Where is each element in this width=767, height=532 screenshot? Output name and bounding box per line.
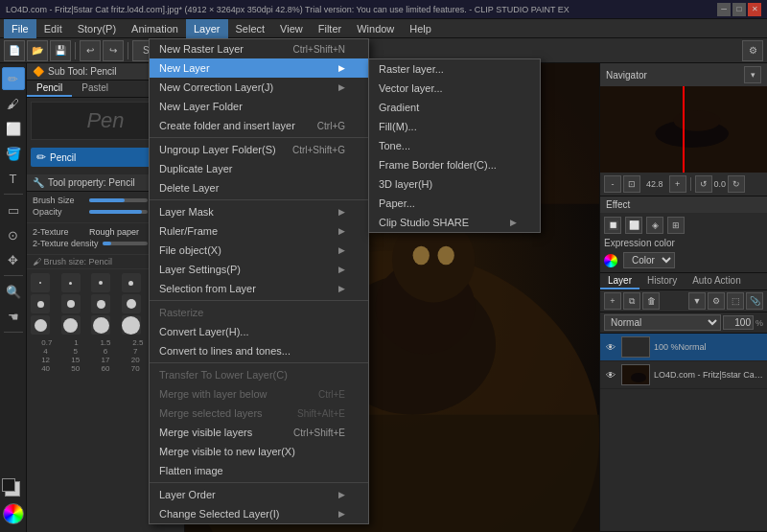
layer-tab-history[interactable]: History	[639, 273, 685, 289]
opacity-slider[interactable]	[89, 210, 148, 214]
maximize-button[interactable]: □	[732, 3, 746, 16]
tool-text[interactable]: T	[2, 167, 25, 190]
close-button[interactable]: ✕	[748, 3, 761, 16]
tool-pencil[interactable]: ✏	[2, 67, 25, 90]
navigator-close-btn[interactable]: ▾	[744, 66, 761, 83]
submenu-vector-layer[interactable]: Vector layer...	[369, 79, 540, 98]
menu-view[interactable]: View	[272, 19, 311, 38]
toolbar-settings[interactable]: ⚙	[742, 40, 763, 61]
layer-new-btn[interactable]: +	[604, 292, 621, 310]
toolbar-new[interactable]: 📄	[4, 40, 25, 61]
brush-size-slider[interactable]	[89, 198, 148, 202]
layer-merge-btn[interactable]: ▼	[688, 292, 706, 310]
menu-help[interactable]: Help	[402, 19, 439, 38]
sub-tool-tab-pastel[interactable]: Pastel	[72, 81, 118, 97]
layer-tab-layer[interactable]: Layer	[600, 273, 639, 289]
blend-mode-select[interactable]: Normal	[604, 314, 721, 331]
tool-fill[interactable]: 🪣	[2, 142, 25, 165]
nav-zoom-out[interactable]: -	[604, 175, 621, 193]
tool-move[interactable]: ✥	[2, 248, 25, 271]
submenu-frame-border[interactable]: Frame Border folder(C)...	[369, 155, 540, 174]
brush-7[interactable]	[122, 294, 141, 313]
menu-layer-mask[interactable]: Layer Mask ▶	[150, 202, 368, 221]
tool-hand[interactable]: ☚	[2, 305, 25, 328]
tool-brush[interactable]: 🖌	[2, 92, 25, 115]
menu-create-folder[interactable]: Create folder and insert layer Ctrl+G	[150, 116, 368, 135]
menu-new-correction[interactable]: New Correction Layer(J) ▶	[150, 78, 368, 97]
submenu-clip-share[interactable]: Clip Studio SHARE ▶	[369, 213, 540, 232]
layer-row-2[interactable]: 👁 LO4D.com - Fritz|5star Cat fritz.lo4d.…	[600, 361, 767, 389]
menu-edit[interactable]: Edit	[36, 19, 70, 38]
menu-story[interactable]: Story(P)	[70, 19, 124, 38]
menu-convert-layer[interactable]: Convert Layer(H)...	[150, 322, 368, 341]
menu-duplicate[interactable]: Duplicate Layer	[150, 159, 368, 178]
layer-delete-btn[interactable]: 🗑	[642, 292, 660, 310]
menu-file[interactable]: File	[4, 19, 36, 38]
toolbar-save[interactable]: 💾	[50, 40, 71, 61]
submenu-paper[interactable]: Paper...	[369, 194, 540, 213]
menu-merge-visible[interactable]: Merge visible layers Ctrl+Shift+E	[150, 423, 368, 442]
menu-new-folder[interactable]: New Layer Folder	[150, 97, 368, 116]
menu-new-layer[interactable]: New Layer ▶ Raster layer... Vector layer…	[150, 58, 368, 78]
layer-copy-btn[interactable]: ⧉	[623, 292, 640, 310]
layer-settings-btn[interactable]: ⚙	[708, 292, 725, 310]
density-slider[interactable]	[103, 242, 148, 245]
toolbar-redo[interactable]: ↪	[103, 40, 124, 61]
menu-layer-order[interactable]: Layer Order ▶	[150, 485, 368, 504]
tool-eraser[interactable]: ⬜	[2, 117, 25, 140]
color-wheel[interactable]	[3, 503, 24, 524]
brush-15[interactable]	[91, 315, 110, 335]
sub-tool-tab-pencil[interactable]: Pencil	[27, 81, 72, 97]
brush-2.5[interactable]	[122, 273, 141, 292]
menu-layer[interactable]: Layer	[186, 19, 228, 38]
brush-0.7[interactable]	[31, 273, 50, 292]
layer-vis-2[interactable]: 👁	[604, 368, 617, 382]
nav-rotate-cw[interactable]: ↻	[728, 175, 745, 193]
toolbar-undo[interactable]: ↩	[80, 40, 101, 61]
tool-zoom[interactable]: 🔍	[2, 280, 25, 303]
submenu-3d-layer[interactable]: 3D layer(H)	[369, 174, 540, 194]
menu-merge-visible-new[interactable]: Merge visible to new layer(X)	[150, 442, 368, 461]
effect-btn-4[interactable]: ⊞	[667, 217, 685, 234]
menu-window[interactable]: Window	[349, 19, 402, 38]
fg-color-swatch[interactable]	[2, 478, 15, 492]
nav-rotate-ccw[interactable]: ↺	[695, 175, 712, 193]
menu-filter[interactable]: Filter	[311, 19, 349, 38]
layer-mask-btn[interactable]: ⬚	[727, 292, 744, 310]
submenu-gradient[interactable]: Gradient	[369, 98, 540, 117]
brush-17[interactable]	[122, 315, 141, 335]
submenu-tone[interactable]: Tone...	[369, 136, 540, 155]
minimize-button[interactable]: ─	[717, 3, 731, 16]
opacity-input[interactable]	[723, 315, 754, 330]
effect-btn-3[interactable]: ◈	[646, 217, 663, 234]
tool-select-rect[interactable]: ▭	[2, 198, 25, 221]
submenu-fill[interactable]: Fill(M)...	[369, 117, 540, 136]
expression-color-select[interactable]: Color	[623, 252, 675, 268]
menu-change-selected[interactable]: Change Selected Layer(I) ▶	[150, 504, 368, 523]
menu-layer-settings[interactable]: Layer Settings(P) ▶	[150, 260, 368, 279]
tool-select-lasso[interactable]: ⊙	[2, 223, 25, 246]
menu-ruler-frame[interactable]: Ruler/Frame ▶	[150, 221, 368, 241]
menu-flatten[interactable]: Flatten image	[150, 461, 368, 480]
brush-4[interactable]	[31, 294, 50, 313]
menu-animation[interactable]: Animation	[124, 19, 186, 38]
menu-select[interactable]: Select	[228, 19, 273, 38]
menu-delete[interactable]: Delete Layer	[150, 178, 368, 197]
brush-12[interactable]	[61, 315, 81, 335]
brush-6[interactable]	[91, 294, 110, 313]
layer-row-1[interactable]: 👁 100 %Normal	[600, 334, 767, 361]
layer-vis-1[interactable]: 👁	[604, 340, 617, 354]
menu-ungroup[interactable]: Ungroup Layer Folder(S) Ctrl+Shift+G	[150, 140, 368, 159]
nav-zoom-in[interactable]: +	[669, 175, 686, 193]
submenu-raster-layer[interactable]: Raster layer...	[369, 59, 540, 79]
menu-selection-from-layer[interactable]: Selection from Layer ▶	[150, 279, 368, 298]
toolbar-open[interactable]: 📂	[27, 40, 48, 61]
brush-1[interactable]	[61, 273, 81, 292]
menu-file-object[interactable]: File object(X) ▶	[150, 241, 368, 260]
brush-5[interactable]	[61, 294, 81, 313]
layer-tab-auto-action[interactable]: Auto Action	[685, 273, 749, 289]
menu-new-raster[interactable]: New Raster Layer Ctrl+Shift+N	[150, 39, 368, 58]
nav-zoom-fit[interactable]: ⊡	[623, 175, 640, 193]
brush-1.5[interactable]	[91, 273, 110, 292]
effect-btn-1[interactable]: 🔲	[604, 217, 621, 234]
